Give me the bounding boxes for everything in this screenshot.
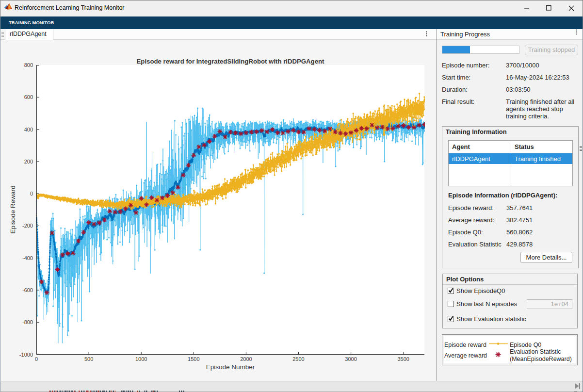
svg-text:800: 800 bbox=[24, 62, 33, 68]
svg-text:0: 0 bbox=[35, 356, 38, 362]
svg-text:-400: -400 bbox=[22, 255, 33, 261]
svg-text:-600: -600 bbox=[22, 287, 33, 293]
svg-text:0: 0 bbox=[30, 191, 33, 196]
svg-text:600: 600 bbox=[24, 94, 33, 100]
svg-text:2500: 2500 bbox=[292, 356, 304, 362]
svg-text:-1000: -1000 bbox=[19, 352, 33, 358]
svg-text:2000: 2000 bbox=[240, 356, 252, 362]
svg-text:-200: -200 bbox=[22, 223, 33, 229]
svg-text:Episode reward for IntegratedS: Episode reward for IntegratedSlidingRobo… bbox=[137, 58, 324, 65]
svg-text:500: 500 bbox=[84, 356, 93, 362]
svg-text:1500: 1500 bbox=[188, 356, 199, 362]
svg-text:1000: 1000 bbox=[135, 356, 147, 362]
svg-text:3500: 3500 bbox=[397, 356, 409, 362]
svg-text:200: 200 bbox=[24, 159, 33, 164]
svg-text:Episode Number: Episode Number bbox=[206, 363, 255, 371]
svg-text:400: 400 bbox=[24, 127, 33, 132]
svg-text:Episode Reward: Episode Reward bbox=[9, 185, 16, 233]
svg-text:-800: -800 bbox=[22, 319, 33, 325]
svg-text:3000: 3000 bbox=[345, 356, 356, 362]
